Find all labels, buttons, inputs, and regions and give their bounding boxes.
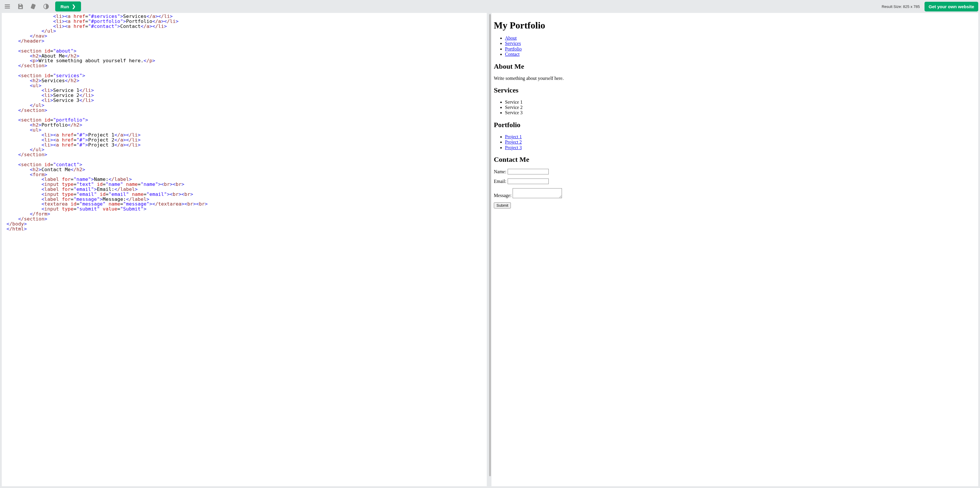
split-divider[interactable]	[488, 13, 492, 488]
nav-list: About Services Portfolio Contact	[505, 35, 976, 57]
page-title: My Portfolio	[494, 20, 976, 31]
svg-rect-2	[31, 4, 35, 9]
code-content[interactable]: <li><a href="#services">Services</a></li…	[3, 14, 485, 231]
list-item: Project 3	[505, 145, 976, 150]
submit-button[interactable]: Submit	[494, 202, 511, 208]
project-link[interactable]: Project 2	[505, 140, 522, 145]
about-heading: About Me	[494, 62, 976, 70]
nav-link-about[interactable]: About	[505, 35, 517, 41]
save-icon[interactable]	[15, 2, 26, 11]
get-own-website-button[interactable]: Get your own website	[924, 2, 978, 11]
main-split: <li><a href="#services">Services</a></li…	[0, 13, 980, 488]
result-size-label: Result Size: 825 x 785	[881, 5, 920, 9]
list-item: Project 2	[505, 140, 976, 145]
preview-document: My Portfolio About Services Portfolio Co…	[492, 13, 980, 488]
svg-rect-1	[19, 7, 22, 8]
form-row-submit: Submit	[494, 202, 976, 208]
toolbar: Run ❯ Result Size: 825 x 785 Get your ow…	[0, 0, 980, 13]
nav-link-portfolio[interactable]: Portfolio	[505, 46, 522, 51]
email-label: Email:	[494, 179, 506, 184]
form-row-email: Email:	[494, 178, 976, 184]
services-heading: Services	[494, 86, 976, 94]
run-label: Run	[60, 4, 69, 9]
form-row-message: Message:	[494, 188, 976, 198]
portfolio-heading: Portfolio	[494, 121, 976, 129]
nav-link-services[interactable]: Services	[505, 41, 521, 46]
list-item: Portfolio	[505, 46, 976, 52]
menu-icon[interactable]	[2, 2, 13, 11]
svg-rect-0	[19, 4, 21, 6]
rotate-icon[interactable]	[28, 2, 39, 11]
about-text: Write something about yourself here.	[494, 76, 976, 81]
theme-icon[interactable]	[40, 2, 52, 11]
services-list: Service 1 Service 2 Service 3	[505, 100, 976, 116]
portfolio-list: Project 1 Project 2 Project 3	[505, 134, 976, 150]
preview-pane: My Portfolio About Services Portfolio Co…	[492, 13, 980, 488]
project-link[interactable]: Project 3	[505, 145, 522, 150]
nav-link-contact[interactable]: Contact	[505, 52, 520, 57]
name-input[interactable]	[508, 169, 549, 175]
run-button[interactable]: Run ❯	[55, 2, 81, 11]
list-item: Service 3	[505, 110, 976, 115]
project-link[interactable]: Project 1	[505, 134, 522, 139]
message-label: Message:	[494, 193, 511, 198]
list-item: Project 1	[505, 134, 976, 140]
list-item: Contact	[505, 52, 976, 57]
drag-handle-icon[interactable]	[489, 14, 491, 476]
code-editor[interactable]: <li><a href="#services">Services</a></li…	[0, 13, 488, 488]
name-label: Name:	[494, 169, 506, 175]
contact-heading: Contact Me	[494, 156, 976, 164]
list-item: About	[505, 35, 976, 41]
message-textarea[interactable]	[512, 188, 562, 198]
email-input[interactable]	[508, 178, 549, 184]
list-item: Service 2	[505, 105, 976, 110]
code-pane: <li><a href="#services">Services</a></li…	[0, 13, 488, 488]
list-item: Services	[505, 41, 976, 46]
chevron-right-icon: ❯	[72, 4, 76, 9]
form-row-name: Name:	[494, 169, 976, 175]
list-item: Service 1	[505, 100, 976, 105]
